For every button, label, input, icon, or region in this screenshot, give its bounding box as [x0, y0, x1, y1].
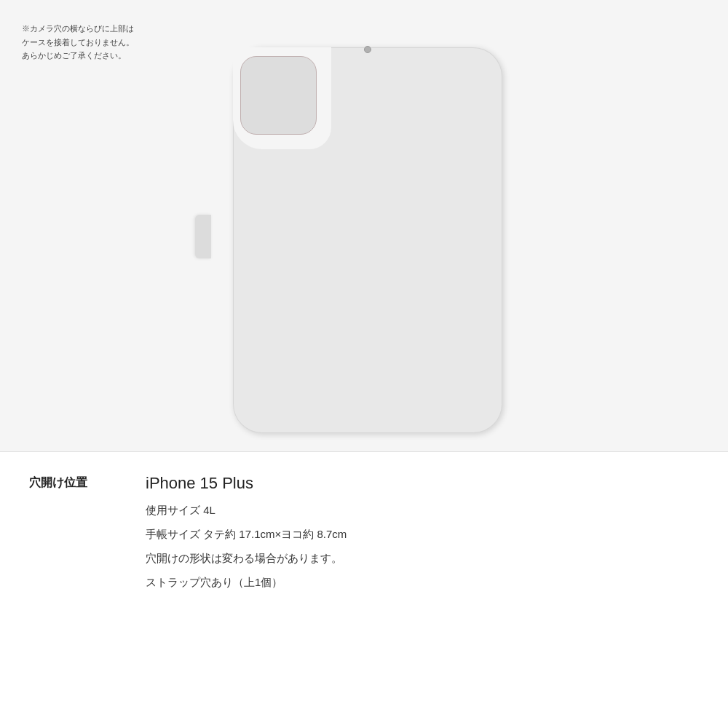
device-name: iPhone 15 Plus: [146, 474, 699, 493]
info-detail-2: 手帳サイズ タテ約 17.1cm×ヨコ約 8.7cm: [146, 524, 699, 544]
info-details-column: iPhone 15 Plus 使用サイズ 4L 手帳サイズ タテ約 17.1cm…: [146, 474, 699, 592]
phone-case-wrapper: [211, 33, 517, 440]
info-label: 穴開け位置: [29, 476, 87, 488]
info-section: 穴開け位置 iPhone 15 Plus 使用サイズ 4L 手帳サイズ タテ約 …: [0, 451, 728, 728]
info-detail-3: 穴開けの形状は変わる場合があります。: [146, 548, 699, 568]
info-label-column: 穴開け位置: [29, 474, 146, 491]
camera-module: [240, 56, 317, 135]
info-detail-1: 使用サイズ 4L: [146, 500, 699, 520]
note-line-1: ※カメラ穴の横ならびに上部は: [22, 22, 134, 36]
camera-cutout-area: [233, 47, 331, 149]
strap-hole: [364, 46, 371, 53]
page-container: ※カメラ穴の横ならびに上部は ケースを接着しておりません。 あらかじめご了承くだ…: [0, 0, 728, 728]
note-text: ※カメラ穴の横ならびに上部は ケースを接着しておりません。 あらかじめご了承くだ…: [22, 22, 134, 63]
case-illustration-area: ※カメラ穴の横ならびに上部は ケースを接着しておりません。 あらかじめご了承くだ…: [0, 0, 728, 451]
info-detail-4: ストラップ穴あり（上1個）: [146, 572, 699, 592]
case-belt: [195, 215, 211, 258]
note-line-3: あらかじめご了承ください。: [22, 49, 134, 63]
case-body: [233, 47, 502, 433]
note-line-2: ケースを接着しておりません。: [22, 36, 134, 50]
